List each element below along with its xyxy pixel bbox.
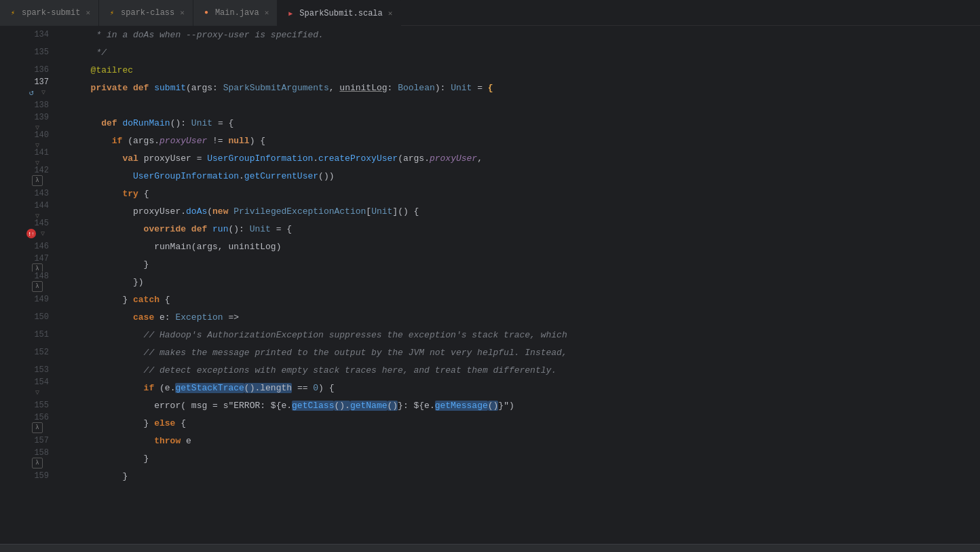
code-line-147: } [75, 255, 149, 273]
breakpoint-icon-145[interactable]: !↑ [26, 229, 36, 238]
lambda-icon-142[interactable]: λ [32, 175, 43, 186]
fold-icon-154[interactable]: ▽ [32, 387, 43, 398]
code-line-156: } else { [75, 414, 186, 432]
line-num-137: 137 [20, 77, 54, 87]
line-num-146: 146 [20, 242, 54, 251]
gutter-icons-158: λ [21, 458, 54, 468]
tab-close-main-java[interactable]: ✕ [265, 8, 269, 17]
line-row-136: 136 @tailrec [0, 61, 980, 79]
line-row-154: 154 ▽ if (e.getStackTrace().length == 0)… [0, 379, 980, 397]
code-line-144: proxyUser.doAs(new PrivilegedExceptionAc… [75, 202, 419, 220]
code-line-134: * in a doAs when --proxy-user is specifi… [75, 26, 324, 43]
spark-icon-2: ⚡ [107, 8, 117, 18]
kw-def: def [133, 83, 154, 93]
code-line-141: val proxyUser = UserGroupInformation.cre… [75, 149, 483, 167]
code-line-151: // Hadoop's AuthorizationException suppr… [75, 326, 567, 344]
line-num-142: 142 [20, 166, 54, 175]
tab-close-spark-submit[interactable]: ✕ [86, 8, 90, 17]
code-lines: 134 * in a doAs when --proxy-user is spe… [0, 26, 980, 485]
spark-icon-1: ⚡ [8, 8, 18, 18]
line-num-136: 136 [20, 65, 54, 75]
code-line-138 [75, 96, 80, 114]
line-row-142: 142 λ UserGroupInformation.getCurrentUse… [0, 167, 980, 185]
lambda-icon-156[interactable]: λ [32, 422, 43, 433]
code-line-146: runMain(args, uninitLog) [75, 238, 281, 255]
line-row-144: 144 ▽ proxyUser.doAs(new PrivilegedExcep… [0, 202, 980, 220]
code-line-158: } [75, 449, 149, 467]
line-row-135: 135 */ [0, 43, 980, 61]
kw-private: private [80, 83, 133, 93]
line-num-138: 138 [20, 100, 54, 110]
line-num-151: 151 [20, 330, 54, 339]
line-row-141: 141 ▽ val proxyUser = UserGroupInformati… [0, 149, 980, 167]
line-num-158: 158 [20, 448, 54, 458]
tab-label-spark-class: spark-class [121, 8, 174, 18]
param-args: args [191, 83, 212, 93]
type-sparksubmitargs: SparkSubmitArguments [223, 83, 329, 93]
tab-main-java[interactable]: ● Main.java ✕ [193, 0, 278, 26]
line-row-150: 150 case e: Exception => [0, 308, 980, 326]
code-area: 134 * in a doAs when --proxy-user is spe… [0, 26, 980, 544]
lambda-icon-148[interactable]: λ [32, 281, 43, 292]
code-line-157: throw e [75, 432, 191, 449]
line-num-152: 152 [20, 348, 54, 357]
line-row-145: 145 !↑ ▽ override def run(): Unit = { [0, 220, 980, 238]
fn-submit: submit [154, 83, 186, 93]
fold-icon-137[interactable]: ▽ [38, 87, 49, 98]
code-line-150: case e: Exception => [75, 308, 239, 326]
code-line-139: def doRunMain(): Unit = { [75, 114, 233, 132]
line-row-153: 153 // detect exceptions with empty stac… [0, 361, 980, 379]
line-row-137: 137 ↺ ▽ private def submit(args: SparkSu… [0, 79, 980, 96]
code-text-135: */ [80, 48, 107, 58]
lambda-icon-158[interactable]: λ [32, 458, 43, 468]
line-row-143: 143 try { [0, 185, 980, 202]
line-row-151: 151 // Hadoop's AuthorizationException s… [0, 326, 980, 344]
type-boolean: Boolean [398, 83, 435, 93]
line-row-148: 148 λ }) [0, 273, 980, 291]
line-num-145: 145 [20, 219, 54, 228]
code-line-136: @tailrec [75, 61, 133, 79]
line-num-144: 144 [20, 201, 54, 210]
reload-icon-137[interactable]: ↺ [26, 87, 37, 98]
tab-sparksubmit-scala[interactable]: ▶ SparkSubmit.scala ✕ [278, 0, 401, 26]
tab-spark-class[interactable]: ⚡ spark-class ✕ [99, 0, 193, 26]
gutter-icons-154: ▽ [21, 387, 54, 398]
code-line-143: try { [75, 185, 149, 202]
code-line-154: if (e.getStackTrace().length == 0) { [75, 379, 335, 397]
tab-close-spark-class[interactable]: ✕ [180, 8, 185, 17]
type-unit-137: Unit [451, 83, 472, 93]
code-content[interactable]: 134 * in a doAs when --proxy-user is spe… [0, 26, 980, 544]
brace-open-137: { [488, 83, 493, 93]
line-num-135: 135 [20, 48, 54, 57]
line-row-146: 146 runMain(args, uninitLog) [0, 238, 980, 255]
tab-label-spark-submit: spark-submit [22, 8, 80, 18]
code-text-136: @tailrec [80, 65, 133, 75]
tab-label-main-java: Main.java [215, 8, 259, 18]
tab-bar: ⚡ spark-submit ✕ ⚡ spark-class ✕ ● Main.… [0, 0, 980, 26]
code-line-137: private def submit(args: SparkSubmitArgu… [75, 79, 493, 96]
code-line-142: UserGroupInformation.getCurrentUser()) [75, 167, 334, 185]
bottom-scrollbar[interactable] [0, 544, 980, 552]
line-num-134: 134 [20, 30, 54, 39]
editor-container: ⚡ spark-submit ✕ ⚡ spark-class ✕ ● Main.… [0, 0, 980, 552]
line-row-155: 155 error( msg = s"ERROR: ${e.getClass()… [0, 397, 980, 414]
line-row-134: 134 * in a doAs when --proxy-user is spe… [0, 26, 980, 43]
code-line-135: */ [75, 43, 107, 61]
tab-spark-submit[interactable]: ⚡ spark-submit ✕ [0, 0, 99, 26]
line-row-158: 158 λ } [0, 449, 980, 467]
line-num-147: 147 [20, 254, 54, 263]
fold-icon-145[interactable]: ▽ [37, 228, 48, 239]
line-row-140: 140 ▽ if (args.proxyUser != null) { [0, 132, 980, 149]
line-num-150: 150 [20, 312, 54, 322]
tab-close-sparksubmit-scala[interactable]: ✕ [388, 9, 393, 18]
line-row-156: 156 λ } else { [0, 414, 980, 432]
code-line-140: if (args.proxyUser != null) { [75, 132, 265, 149]
line-num-154: 154 [20, 378, 54, 387]
punct-paren: ( [186, 83, 191, 93]
code-line-145: override def run(): Unit = { [75, 220, 292, 238]
line-num-140: 140 [20, 130, 54, 140]
line-row-157: 157 throw e [0, 432, 980, 449]
line-row-138: 138 [0, 96, 980, 114]
code-line-159: } [75, 467, 128, 485]
java-icon: ● [202, 8, 211, 18]
